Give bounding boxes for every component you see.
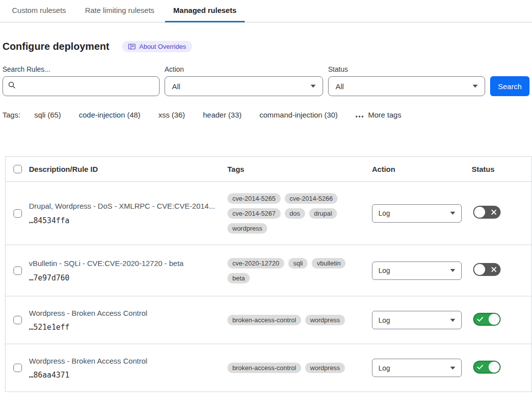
rule-status-toggle[interactable] [473, 263, 501, 276]
action-filter-label: Action [165, 65, 323, 73]
search-icon [8, 81, 16, 91]
column-header-status: Status [472, 165, 532, 173]
tag-pill: sqli [288, 258, 308, 268]
table-header-row: Description/Rule ID Tags Action Status [5, 157, 532, 182]
tag-pill: cve-2014-5266 [285, 193, 338, 204]
chevron-down-icon [450, 367, 455, 370]
status-filter-group: Status All [328, 65, 485, 96]
rule-id: …86aa4371 [29, 371, 219, 380]
rule-title: Drupal, Wordpress - DoS - XMLRPC - CVE:C… [29, 201, 219, 211]
rule-action-value: Log [378, 209, 390, 217]
tag-filter-command-injection[interactable]: command-injection (30) [260, 111, 338, 119]
chevron-down-icon [311, 85, 316, 88]
rule-tags: broken-access-control wordpress [227, 315, 372, 325]
tag-pill: beta [227, 273, 250, 283]
rule-status-toggle[interactable] [473, 313, 501, 326]
rule-action-select[interactable]: Log [372, 359, 462, 377]
ruleset-tabbar: Custom rulesets Rate limiting rulesets M… [0, 0, 532, 22]
search-button[interactable]: Search [490, 76, 530, 96]
tag-filter-code-injection[interactable]: code-injection (48) [79, 111, 140, 119]
rule-tags: cve-2014-5265 cve-2014-5266 cve-2014-526… [227, 193, 372, 234]
rule-status-toggle[interactable] [473, 206, 501, 219]
chevron-down-icon [450, 269, 455, 272]
search-field-group: Search Rules... [2, 65, 160, 96]
chevron-down-icon [473, 85, 478, 88]
tag-pill: dos [285, 208, 305, 219]
tab-rate-limiting-rulesets[interactable]: Rate limiting rulesets [76, 0, 163, 22]
chevron-down-icon [450, 319, 455, 322]
about-overrides-label: About Overrides [139, 43, 186, 50]
ellipsis-icon [355, 111, 363, 119]
chevron-down-icon [450, 212, 455, 215]
rule-action-select[interactable]: Log [372, 311, 462, 329]
action-filter-select[interactable]: All [165, 76, 323, 96]
tags-bar-label: Tags: [2, 111, 20, 119]
rule-action-select[interactable]: Log [372, 204, 462, 223]
tag-filter-xss[interactable]: xss (36) [159, 111, 185, 119]
column-header-action: Action [372, 165, 472, 173]
tag-filter-sqli[interactable]: sqli (65) [34, 111, 61, 119]
action-filter-group: Action All [165, 65, 323, 96]
rule-title: Wordpress - Broken Access Control [29, 308, 219, 318]
managed-rulesets-page: Custom rulesets Rate limiting rulesets M… [0, 0, 532, 396]
toggle-knob [474, 207, 485, 218]
column-header-tags: Tags [227, 165, 372, 173]
rule-tags: cve-2020-12720 sqli vbulletin beta [227, 258, 372, 283]
action-filter-value: All [172, 82, 180, 91]
rule-action-value: Log [378, 364, 390, 372]
rule-status-toggle[interactable] [473, 361, 501, 374]
table-row: Drupal, Wordpress - DoS - XMLRPC - CVE:C… [5, 182, 532, 245]
rule-id: …7e97d760 [29, 273, 219, 282]
rule-tags: broken-access-control wordpress [227, 363, 372, 373]
tag-filter-header[interactable]: header (33) [203, 111, 242, 119]
tag-pill: vbulletin [312, 258, 346, 268]
table-row: vBulletin - SQLi - CVE:CVE-2020-12720 - … [5, 245, 532, 296]
tag-pill: drupal [309, 208, 337, 219]
tag-pill: cve-2014-5267 [227, 208, 281, 219]
x-icon [491, 267, 497, 272]
tag-pill: wordpress [227, 223, 267, 234]
toggle-knob [474, 264, 485, 275]
rule-title: vBulletin - SQLi - CVE:CVE-2020-12720 - … [29, 259, 219, 268]
x-icon [491, 210, 497, 215]
tag-pill: broken-access-control [227, 315, 301, 325]
status-filter-label: Status [328, 65, 485, 73]
status-filter-select[interactable]: All [328, 76, 485, 96]
filter-bar: Search Rules... Action All [2, 65, 530, 96]
row-checkbox[interactable] [13, 364, 22, 372]
table-row: Wordpress - Broken Access Control …521e1… [5, 296, 532, 344]
tag-pill: wordpress [305, 315, 345, 325]
rule-action-select[interactable]: Log [372, 262, 462, 280]
column-header-description: Description/Rule ID [29, 165, 227, 173]
tags-bar: Tags: sqli (65) code-injection (48) xss … [2, 111, 530, 119]
tab-managed-rulesets[interactable]: Managed rulesets [165, 0, 245, 22]
select-all-checkbox[interactable] [13, 165, 22, 173]
heading-row: Configure deployment About Overrides [2, 41, 530, 52]
search-label: Search Rules... [2, 65, 160, 73]
rule-id: …521e1eff [29, 323, 219, 332]
rule-action-value: Log [378, 266, 390, 274]
check-icon [477, 317, 483, 322]
row-checkbox[interactable] [13, 316, 22, 324]
book-icon [128, 43, 136, 50]
more-tags-button[interactable]: More tags [355, 111, 401, 119]
tab-custom-rulesets[interactable]: Custom rulesets [3, 0, 74, 22]
row-checkbox[interactable] [13, 266, 22, 275]
toggle-knob [489, 314, 500, 325]
row-checkbox[interactable] [13, 209, 22, 218]
tag-pill: cve-2020-12720 [227, 258, 284, 268]
search-input-wrap [2, 76, 160, 96]
about-overrides-link[interactable]: About Overrides [122, 41, 192, 52]
tag-pill: cve-2014-5265 [227, 193, 281, 204]
tag-pill: broken-access-control [227, 363, 301, 373]
table-row: Wordpress - Broken Access Control …86aa4… [5, 344, 532, 392]
rule-id: …84534ffa [29, 216, 219, 225]
status-filter-value: All [336, 82, 344, 91]
rules-table: Description/Rule ID Tags Action Status D… [5, 156, 532, 392]
tag-pill: wordpress [305, 363, 345, 373]
page-title: Configure deployment [2, 41, 109, 52]
more-tags-label: More tags [368, 111, 401, 119]
toggle-knob [489, 362, 500, 373]
search-rules-input[interactable] [20, 82, 154, 90]
rule-action-value: Log [378, 316, 390, 324]
